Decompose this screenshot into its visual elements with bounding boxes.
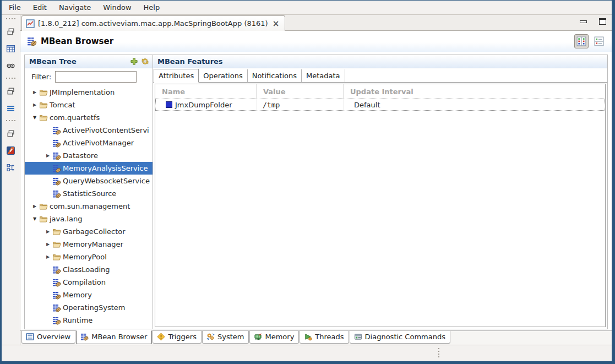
tree-item[interactable]: com.sun.management [25,200,153,213]
tab-triggers[interactable]: Triggers [153,331,202,344]
jvm-view-button[interactable] [5,144,17,156]
restore-window-icon [6,27,15,36]
restore-view-button[interactable] [5,25,17,37]
tab-threads[interactable]: Threads [300,331,349,344]
minimize-icon[interactable] [580,20,587,23]
editor-tab-strip: [1.8.0_212] com.activeviam.mac.app.MacSp… [20,15,612,31]
tab-mbean-browser[interactable]: MBean Browser [76,330,152,344]
collapse-arrow-icon[interactable] [30,204,39,209]
toolbar-grip[interactable] [6,18,16,19]
tree-item[interactable]: Datastore [25,149,153,162]
folder-icon [39,215,48,224]
add-icon[interactable] [130,57,138,66]
filter-input[interactable] [55,71,137,83]
tab-overview[interactable]: Overview [21,331,75,344]
column-header-value[interactable]: Value [257,84,344,99]
close-tab-icon[interactable]: × [271,20,281,28]
tab-diagnostic-commands[interactable]: Diagnostic Commands [350,331,450,344]
mbean-icon [52,151,61,160]
restore-view-button[interactable] [5,85,17,97]
tab-memory[interactable]: Memory [249,331,299,344]
tree-item[interactable]: Runtime [25,314,153,327]
page-title: MBean Browser [41,36,113,46]
tree-item[interactable]: ActivePivotManager [25,137,153,149]
table-row[interactable]: JmxDumpFolder /tmp Default [155,99,605,111]
column-header-name[interactable]: Name [155,84,257,99]
tree-item[interactable]: Memory [25,289,153,301]
tab-operations[interactable]: Operations [199,69,247,82]
mbean-icon [52,278,61,287]
collapse-arrow-icon[interactable] [30,90,39,95]
filter-row: Filter: [25,68,153,85]
column-header-update-interval[interactable]: Update Interval [344,84,605,99]
tree-item[interactable]: QueryWebsocketService [25,175,153,187]
collapse-arrow-icon[interactable] [43,254,52,259]
tab-attributes[interactable]: Attributes [154,69,199,83]
tab-system[interactable]: System [202,331,249,344]
table-header: Name Value Update Interval [155,84,605,99]
filter-label: Filter: [31,73,51,81]
table-view-button[interactable] [5,42,17,55]
tree-item[interactable]: ClassLoading [25,263,153,276]
menu-bar: File Edit Navigate Window Help [2,1,612,15]
menu-edit[interactable]: Edit [27,2,53,13]
page-header: MBean Browser [20,31,612,52]
mbean-tree-panel: MBean Tree Filter: JMImplementation [24,55,153,329]
tree-item[interactable]: Compilation [25,276,153,289]
expand-arrow-icon[interactable] [30,115,39,120]
horizontal-list-icon [594,36,604,46]
tab-notifications[interactable]: Notifications [248,69,302,82]
refresh-icon[interactable] [141,57,149,66]
menu-navigate[interactable]: Navigate [53,2,97,13]
records-view-button[interactable] [5,59,17,72]
tree-item-selected[interactable]: MemoryAnalysisService [25,162,153,175]
tree-item[interactable]: ActivePivotContentServi [25,124,153,137]
mbean-icon [52,126,61,135]
tree-item[interactable]: Tomcat [25,99,153,111]
attribute-value[interactable]: /tmp [257,99,344,110]
menu-window[interactable]: Window [97,2,137,13]
menu-file[interactable]: File [3,2,27,13]
table-icon [6,44,15,53]
outline-view-button[interactable] [5,161,17,173]
menu-help[interactable]: Help [138,2,166,13]
mbean-icon [52,316,61,325]
collapse-arrow-icon[interactable] [43,229,52,234]
status-bar [2,345,612,361]
status-drag-handle[interactable] [438,348,439,358]
maximize-icon[interactable] [599,18,606,25]
folder-icon [52,227,61,236]
tree-item[interactable]: GarbageCollector [25,225,153,238]
expand-arrow-icon[interactable] [30,216,39,221]
overview-icon [26,333,34,341]
attribute-update-interval[interactable]: Default [344,99,605,110]
tree-item[interactable]: JMImplementation [25,86,153,99]
toolbar-grip[interactable] [6,78,16,79]
tree-item[interactable]: MemoryPool [25,251,153,263]
tab-metadata[interactable]: Metadata [302,69,345,82]
tree-item[interactable]: java.lang [25,213,153,225]
features-tab-bar: Attributes Operations Notifications Meta… [153,68,607,83]
vertical-layout-button[interactable] [574,34,589,48]
collapse-arrow-icon[interactable] [43,153,52,158]
records-icon [6,61,15,70]
tree-item[interactable]: OperatingSystem [25,301,153,314]
folder-icon [39,113,48,122]
mbean-icon [52,303,61,312]
tree-item[interactable]: MemoryManager [25,238,153,251]
mbean-features-title: MBean Features [157,57,223,66]
mbean-icon [52,189,61,198]
system-icon [206,333,215,341]
attribute-name: JmxDumpFolder [175,101,232,109]
list-view-button[interactable] [5,102,17,114]
tree-item[interactable]: com.quartetfs [25,111,153,124]
restore-view-button[interactable] [5,127,17,139]
mbean-features-header: MBean Features [153,55,607,68]
tree-item[interactable]: StatisticSource [25,187,153,200]
editor-tab[interactable]: [1.8.0_212] com.activeviam.mac.app.MacSp… [21,15,285,31]
horizontal-layout-button[interactable] [592,34,606,48]
toolbar-grip[interactable] [6,120,16,121]
mbean-icon [52,139,61,148]
collapse-arrow-icon[interactable] [43,242,52,247]
collapse-arrow-icon[interactable] [30,102,39,107]
